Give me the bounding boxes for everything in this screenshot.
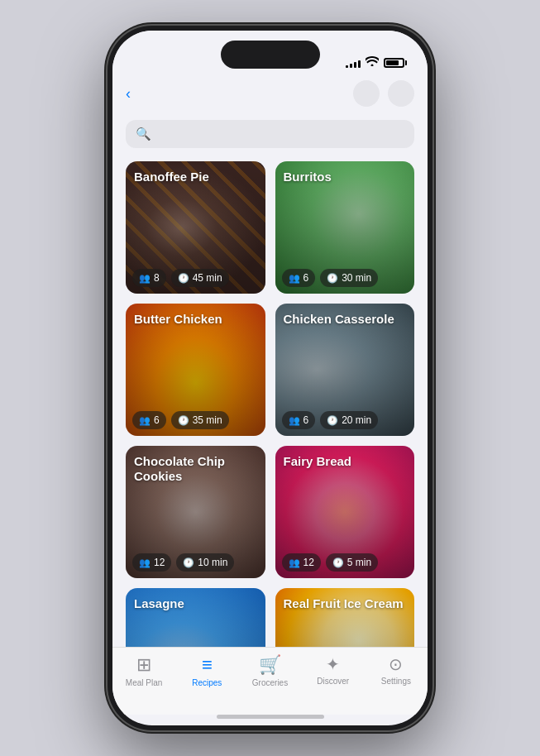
recipe-card-burritos[interactable]: Burritos 👥 6 🕐 30 min — [275, 161, 415, 294]
recipe-title: Lasagne — [134, 596, 257, 611]
search-bar[interactable]: 🔍 — [126, 120, 414, 148]
recipe-card-chicken-casserole[interactable]: Chicken Casserole 👥 6 🕐 20 min — [275, 304, 415, 436]
clock-icon: 🕐 — [178, 273, 189, 284]
recipe-card-lasagne[interactable]: Lasagne 👥 6 🕐 60 min — [126, 588, 265, 647]
recipe-time: 🕐 20 min — [320, 411, 378, 429]
people-icon: 👥 — [289, 415, 300, 426]
recipe-meta: 👥 6 🕐 35 min — [132, 411, 259, 429]
discover-icon: ✦ — [326, 654, 340, 674]
wifi-icon — [366, 56, 379, 69]
recipe-meta: 👥 6 🕐 30 min — [282, 269, 409, 287]
nav-actions — [353, 80, 414, 107]
battery-icon — [384, 58, 404, 68]
recipe-card-butter-chicken[interactable]: Butter Chicken 👥 6 🕐 35 min — [126, 304, 265, 436]
clock-icon: 🕐 — [178, 415, 189, 426]
people-icon: 👥 — [289, 557, 300, 568]
back-button[interactable]: ‹ — [126, 86, 134, 101]
recipe-meta: 👥 12 🕐 5 min — [282, 553, 409, 572]
main-content: 🔍 Banoffee Pie 👥 8 🕐 45 min Burritos � — [112, 110, 428, 647]
home-indicator — [217, 715, 324, 719]
recipe-card-fairy-bread[interactable]: Fairy Bread 👥 12 🕐 5 min — [275, 446, 415, 578]
settings-icon: ⊙ — [389, 654, 403, 674]
clock-icon: 🕐 — [332, 557, 344, 568]
back-chevron-icon: ‹ — [126, 86, 131, 101]
recipe-title: Burritos — [284, 170, 407, 184]
meal-plan-label: Meal Plan — [126, 678, 162, 687]
recipe-servings: 👥 12 — [132, 553, 171, 572]
recipe-servings: 👥 6 — [282, 411, 316, 429]
recipe-time: 🕐 5 min — [326, 553, 378, 572]
people-icon: 👥 — [139, 273, 151, 284]
tab-discover[interactable]: ✦ Discover — [302, 654, 365, 686]
clock-icon: 🕐 — [327, 415, 338, 426]
recipe-servings: 👥 12 — [282, 553, 321, 572]
recipe-servings: 👥 6 — [132, 411, 166, 429]
recipes-icon: ≡ — [202, 654, 213, 676]
discover-label: Discover — [317, 677, 349, 686]
recipe-title: Chocolate Chip Cookies — [134, 454, 257, 484]
people-icon: 👥 — [139, 557, 151, 568]
recipe-servings: 👥 8 — [132, 269, 166, 287]
phone-frame: ‹ 🔍 Banoffee — [108, 26, 432, 730]
status-icons — [346, 56, 404, 69]
recipe-title: Banoffee Pie — [134, 170, 257, 184]
phone-screen: ‹ 🔍 Banoffee — [112, 31, 428, 725]
people-icon: 👥 — [289, 273, 300, 284]
recipe-title: Chicken Casserole — [284, 312, 407, 327]
add-recipe-button[interactable] — [353, 80, 380, 107]
settings-label: Settings — [381, 677, 411, 686]
recipe-meta: 👥 12 🕐 10 min — [132, 553, 259, 572]
more-options-button[interactable] — [388, 80, 414, 107]
dynamic-island — [221, 41, 320, 69]
tab-meal-plan[interactable]: ⊞ Meal Plan — [112, 654, 175, 687]
recipe-time: 🕐 45 min — [171, 269, 229, 287]
tab-settings[interactable]: ⊙ Settings — [365, 654, 428, 686]
tab-groceries[interactable]: 🛒 Groceries — [238, 654, 301, 687]
clock-icon: 🕐 — [183, 557, 194, 568]
recipe-title: Butter Chicken — [134, 312, 257, 327]
tab-recipes[interactable]: ≡ Recipes — [175, 654, 238, 687]
search-icon: 🔍 — [136, 127, 151, 141]
recipe-time: 🕐 30 min — [320, 269, 378, 287]
recipe-title: Fairy Bread — [284, 454, 407, 469]
recipe-time: 🕐 35 min — [171, 411, 229, 429]
recipe-meta: 👥 6 🕐 20 min — [282, 411, 409, 429]
recipe-card-chocolate-chip-cookies[interactable]: Chocolate Chip Cookies 👥 12 🕐 10 min — [126, 446, 265, 578]
recipe-meta: 👥 8 🕐 45 min — [132, 269, 259, 287]
people-icon: 👥 — [139, 415, 151, 426]
groceries-label: Groceries — [252, 678, 288, 687]
recipe-card-banoffee-pie[interactable]: Banoffee Pie 👥 8 🕐 45 min — [126, 161, 265, 294]
groceries-icon: 🛒 — [259, 654, 281, 676]
clock-icon: 🕐 — [327, 273, 338, 284]
recipe-card-real-fruit-ice-cream[interactable]: Real Fruit Ice Cream 👥 4 🕐 15 min — [275, 588, 415, 647]
meal-plan-icon: ⊞ — [136, 654, 151, 676]
signal-icon — [346, 58, 361, 68]
recipes-label: Recipes — [192, 678, 222, 687]
recipe-grid: Banoffee Pie 👥 8 🕐 45 min Burritos 👥 6 🕐… — [126, 161, 414, 647]
recipe-time: 🕐 10 min — [176, 553, 234, 572]
recipe-title: Real Fruit Ice Cream — [284, 596, 407, 611]
tab-bar: ⊞ Meal Plan ≡ Recipes 🛒 Groceries ✦ Disc… — [112, 647, 428, 715]
nav-bar: ‹ — [112, 75, 428, 110]
recipe-servings: 👥 6 — [282, 269, 316, 287]
